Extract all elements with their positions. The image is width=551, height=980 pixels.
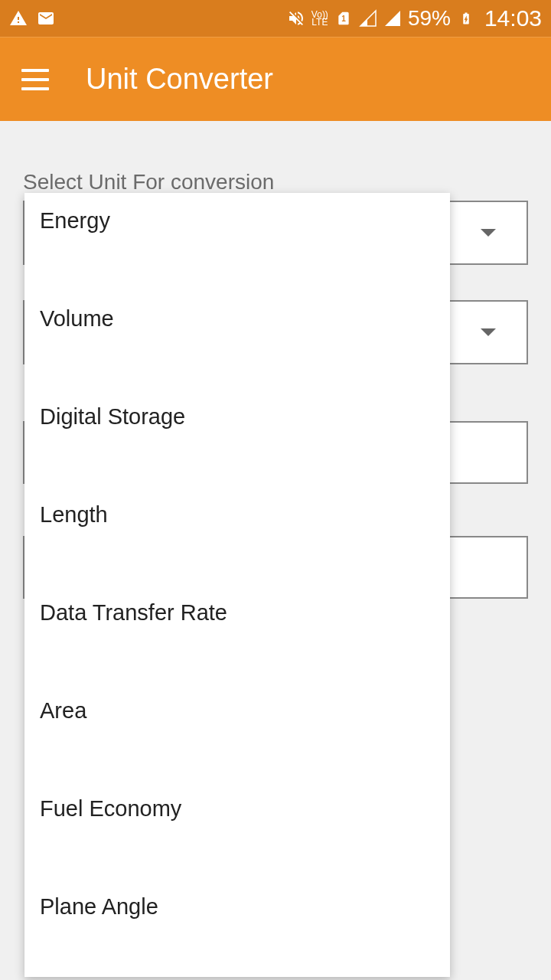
option-energy[interactable]: Energy — [24, 193, 450, 291]
status-bar: Vo)) LTE 1 59% 14:03 — [0, 0, 551, 37]
battery-charging-icon — [457, 9, 475, 28]
vibrate-icon — [287, 9, 305, 28]
status-right-icons: Vo)) LTE 1 59% 14:03 — [287, 5, 542, 31]
select-unit-label: Select Unit For conversion — [23, 170, 528, 194]
chevron-down-icon — [481, 229, 496, 237]
chevron-down-icon — [481, 328, 496, 336]
menu-icon[interactable] — [21, 69, 49, 90]
option-digital-storage[interactable]: Digital Storage — [24, 389, 450, 487]
option-length[interactable]: Length — [24, 487, 450, 585]
mail-icon — [37, 9, 55, 28]
option-data-transfer-rate[interactable]: Data Transfer Rate — [24, 585, 450, 683]
svg-text:1: 1 — [341, 15, 346, 23]
sim-icon: 1 — [334, 9, 353, 28]
signal-2-icon — [383, 9, 402, 28]
app-title: Unit Converter — [86, 63, 273, 96]
option-area[interactable]: Area — [24, 683, 450, 781]
battery-percent: 59% — [408, 6, 451, 31]
dropdown-popup: Energy Volume Digital Storage Length Dat… — [24, 193, 450, 977]
clock-time: 14:03 — [484, 5, 542, 31]
signal-1-icon — [359, 9, 377, 28]
option-plane-angle[interactable]: Plane Angle — [24, 879, 450, 977]
option-fuel-economy[interactable]: Fuel Economy — [24, 781, 450, 879]
option-volume[interactable]: Volume — [24, 291, 450, 389]
status-left-icons — [9, 9, 55, 28]
app-bar: Unit Converter — [0, 37, 551, 121]
volte-icon: Vo)) LTE — [311, 11, 328, 26]
warning-icon — [9, 9, 28, 28]
